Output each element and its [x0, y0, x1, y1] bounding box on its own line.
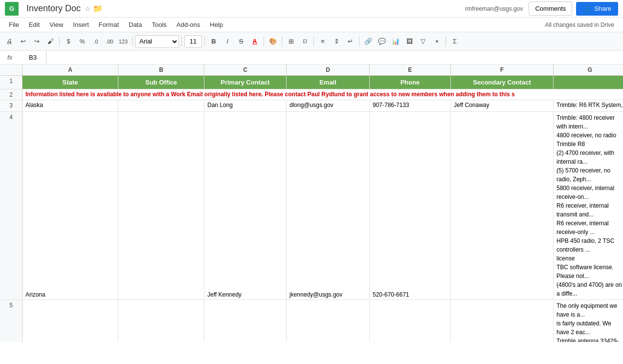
more-formats-button[interactable]: 123 [117, 35, 130, 48]
header-email[interactable]: Email [287, 76, 370, 89]
print-button[interactable]: 🖨 [3, 35, 16, 48]
toolbar-separator-3 [181, 37, 182, 46]
toolbar-separator-6 [282, 37, 282, 46]
cell-alaska-notes[interactable]: Trimble: R6 RTK System, 1 Base... [554, 100, 623, 111]
header-suboffice[interactable]: Sub Office [118, 76, 204, 89]
info-text-cell[interactable]: Information listed here is available to … [22, 89, 623, 100]
highlight-color-button[interactable]: 🎨 [267, 35, 279, 48]
google-logo: G [5, 2, 19, 16]
image-button[interactable]: 🖼 [403, 35, 416, 48]
cell-alaska-suboffice[interactable] [118, 100, 204, 111]
comments-button[interactable]: Comments [529, 1, 572, 16]
menu-insert[interactable]: Insert [68, 19, 94, 30]
menu-tools[interactable]: Tools [147, 19, 171, 30]
toolbar-separator-7 [313, 37, 314, 46]
cell-5-state[interactable]: California [22, 300, 118, 342]
toolbar-separator-4 [204, 37, 205, 46]
text-wrap-button[interactable]: ↵ [344, 35, 356, 48]
menu-help[interactable]: Help [205, 19, 228, 30]
menu-addons[interactable]: Add-ons [172, 19, 205, 30]
functions-button[interactable]: Σ [448, 35, 461, 48]
header-extra[interactable] [554, 76, 623, 89]
merge-cells-button[interactable]: ⊡ [298, 35, 311, 48]
toolbar-separator-2 [132, 37, 133, 46]
toolbar-separator-5 [264, 37, 264, 46]
menu-data[interactable]: Data [124, 19, 147, 30]
menu-edit[interactable]: Edit [24, 19, 44, 30]
cell-5-secondary[interactable] [451, 300, 554, 342]
bold-button[interactable]: B [207, 35, 220, 48]
folder-icon[interactable]: 📁 [93, 4, 103, 13]
col-header-g[interactable]: G [554, 64, 623, 75]
col-header-d[interactable]: D [287, 64, 370, 75]
cell-alaska-secondary[interactable]: Jeff Conaway [451, 100, 554, 111]
font-size-input[interactable] [184, 35, 202, 48]
star-icon[interactable]: ☆ [85, 5, 91, 13]
cell-4-phone[interactable]: 520-670-6671 [370, 112, 451, 300]
menu-file[interactable]: File [4, 19, 24, 30]
menu-bar: File Edit View Insert Format Data Tools … [0, 18, 623, 32]
cell-reference-input[interactable] [20, 51, 46, 64]
percent-button[interactable]: % [76, 35, 89, 48]
chart-button[interactable]: 📊 [389, 35, 402, 48]
row-number: 4 [0, 112, 22, 300]
cell-5-suboffice[interactable] [118, 300, 204, 342]
undo-button[interactable]: ↩ [17, 35, 29, 48]
col-header-b[interactable]: B [118, 64, 204, 75]
table-row-alaska: 3 Alaska Dan Long dlong@usgs.gov 907-786… [0, 100, 623, 112]
header-state[interactable]: State [22, 76, 118, 89]
align-vertical-button[interactable]: ⇕ [330, 35, 343, 48]
formula-bar: fx jdpayne@usgs.gov [0, 51, 623, 64]
formula-input[interactable]: jdpayne@usgs.gov [46, 51, 623, 64]
header-secondary-contact[interactable]: Secondary Contact [451, 76, 554, 89]
col-header-e[interactable]: E [370, 64, 451, 75]
spreadsheet-container: A B C D E F G 1 State Sub Office Primary… [0, 64, 623, 342]
comment-button[interactable]: 💬 [376, 35, 388, 48]
col-header-a[interactable]: A [22, 64, 118, 75]
header-phone[interactable]: Phone [370, 76, 451, 89]
cell-4-suboffice[interactable] [118, 112, 204, 300]
share-person-icon: 👤 [583, 5, 591, 13]
text-color-button[interactable]: A [248, 35, 261, 48]
cell-alaska-phone[interactable]: 907-786-7133 [370, 100, 451, 111]
filter-dropdown-button[interactable]: ▾ [430, 35, 443, 48]
share-label: Share [594, 5, 611, 12]
row-num-col-header [0, 64, 22, 75]
decimal-increase-button[interactable]: .00 [103, 35, 116, 48]
cell-5-email[interactable]: micsneed@usgs.gov [287, 300, 370, 342]
currency-button[interactable]: $ [62, 35, 75, 48]
borders-button[interactable]: ⊞ [285, 35, 297, 48]
column-headers: A B C D E F G [0, 64, 623, 76]
table-row-5: 5 California Michelle Sneed micsneed@usg… [0, 300, 623, 342]
menu-view[interactable]: View [44, 19, 68, 30]
cell-alaska-email[interactable]: dlong@usgs.gov [287, 100, 370, 111]
italic-button[interactable]: I [221, 35, 234, 48]
header-primary-contact[interactable]: Primary Contact [204, 76, 287, 89]
cell-alaska-primary[interactable]: Dan Long [204, 100, 287, 111]
paint-format-button[interactable]: 🖌 [44, 35, 57, 48]
cell-alaska-state[interactable]: Alaska [22, 100, 118, 111]
cell-4-state[interactable]: Arizona [22, 112, 118, 300]
strikethrough-button[interactable]: S [235, 35, 247, 48]
cell-5-notes[interactable]: The only equipment we have is a... is fa… [554, 300, 623, 342]
col-header-f[interactable]: F [451, 64, 554, 75]
sheet-body: 1 State Sub Office Primary Contact Email… [0, 76, 623, 342]
decimal-decrease-button[interactable]: .0 [89, 35, 102, 48]
cell-4-secondary[interactable] [451, 112, 554, 300]
cell-5-phone[interactable]: 916-278-3119 [370, 300, 451, 342]
cell-4-notes[interactable]: Trimble: 4800 receiver with intern... 48… [554, 112, 623, 300]
filter-button[interactable]: ▽ [417, 35, 429, 48]
table-row-4: 4 Arizona Jeff Kennedy jkennedy@usgs.gov… [0, 112, 623, 300]
menu-format[interactable]: Format [94, 19, 124, 30]
font-family-select[interactable]: Arial [135, 35, 179, 48]
cell-4-primary[interactable]: Jeff Kennedy [204, 112, 287, 300]
redo-button[interactable]: ↪ [30, 35, 43, 48]
share-button[interactable]: 👤 Share [576, 2, 618, 16]
align-horizontal-button[interactable]: ≡ [316, 35, 329, 48]
link-button[interactable]: 🔗 [362, 35, 375, 48]
row-number: 2 [0, 89, 22, 100]
row-number: 1 [0, 76, 22, 89]
col-header-c[interactable]: C [204, 64, 287, 75]
cell-4-email[interactable]: jkennedy@usgs.gov [287, 112, 370, 300]
cell-5-primary[interactable]: Michelle Sneed [204, 300, 287, 342]
